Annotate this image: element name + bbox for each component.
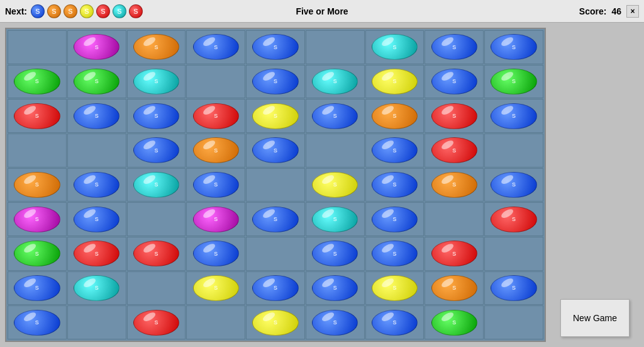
cell-7-5[interactable] [306,271,365,305]
cell-4-2[interactable] [127,168,186,202]
cell-0-8[interactable] [484,30,543,64]
cell-2-7[interactable] [425,99,484,133]
cell-4-7[interactable] [425,168,484,202]
cell-1-2[interactable] [127,65,186,99]
cell-7-0[interactable] [8,271,67,305]
cell-3-5[interactable] [306,134,365,168]
ball [193,34,239,60]
cell-0-0[interactable] [8,30,67,64]
cell-4-3[interactable] [186,168,245,202]
cell-3-1[interactable] [67,134,126,168]
cell-6-8[interactable] [484,237,543,271]
cell-3-8[interactable] [484,134,543,168]
cell-3-7[interactable] [425,134,484,168]
cell-6-6[interactable] [365,237,425,271]
cell-0-6[interactable] [365,30,425,64]
cell-7-2[interactable] [127,271,186,305]
cell-0-2[interactable] [127,30,186,64]
cell-5-8[interactable] [484,202,543,236]
cell-8-0[interactable] [8,305,67,339]
ball [252,275,298,301]
cell-1-0[interactable] [8,65,67,99]
cell-8-3[interactable] [186,305,245,339]
cell-1-4[interactable] [246,65,305,99]
cell-1-7[interactable] [425,65,484,99]
ball [312,310,358,336]
cell-1-6[interactable] [365,65,425,99]
cell-1-8[interactable] [484,65,543,99]
cell-8-5[interactable] [306,305,365,339]
close-button[interactable]: × [626,5,639,18]
cell-8-4[interactable] [246,305,305,339]
score-value: 46 [611,6,621,16]
ball [133,137,179,163]
cell-7-4[interactable] [246,271,305,305]
cell-2-0[interactable] [8,99,67,133]
cell-2-1[interactable] [67,99,126,133]
ball [74,69,119,94]
ball [431,137,477,163]
ball [431,275,477,301]
cell-0-1[interactable] [67,30,126,64]
cell-3-3[interactable] [186,134,245,168]
cell-7-8[interactable] [484,271,543,305]
cell-3-0[interactable] [8,134,67,168]
cell-2-2[interactable] [127,99,186,133]
cell-0-4[interactable] [246,30,305,64]
cell-7-3[interactable] [186,271,245,305]
ball [491,34,536,60]
ball [431,34,477,60]
cell-5-7[interactable] [425,202,484,236]
cell-3-6[interactable] [365,134,425,168]
cell-0-3[interactable] [186,30,245,64]
cell-6-7[interactable] [425,237,484,271]
game-board [5,28,546,342]
cell-2-6[interactable] [365,99,425,133]
cell-2-3[interactable] [186,99,245,133]
cell-5-0[interactable] [8,202,67,236]
cell-4-1[interactable] [67,168,126,202]
cell-4-0[interactable] [8,168,67,202]
cell-2-4[interactable] [246,99,305,133]
cell-0-5[interactable] [306,30,365,64]
cell-7-7[interactable] [425,271,484,305]
cell-1-3[interactable] [186,65,245,99]
next-ball-4 [80,4,94,18]
cell-6-3[interactable] [186,237,245,271]
cell-8-2[interactable] [127,305,186,339]
cell-7-1[interactable] [67,271,126,305]
ball [252,69,298,94]
cell-4-4[interactable] [246,168,305,202]
cell-6-2[interactable] [127,237,186,271]
cell-7-6[interactable] [365,271,425,305]
ball [193,137,239,163]
cell-6-5[interactable] [306,237,365,271]
cell-5-3[interactable] [186,202,245,236]
cell-2-8[interactable] [484,99,543,133]
cell-4-8[interactable] [484,168,543,202]
cell-8-8[interactable] [484,305,543,339]
cell-8-6[interactable] [365,305,425,339]
cell-4-5[interactable] [306,168,365,202]
cell-5-5[interactable] [306,202,365,236]
cell-6-0[interactable] [8,237,67,271]
cell-6-4[interactable] [246,237,305,271]
cell-8-1[interactable] [67,305,126,339]
ball [74,241,119,266]
ball [193,241,239,266]
cell-2-5[interactable] [306,99,365,133]
cell-5-2[interactable] [127,202,186,236]
cell-0-7[interactable] [425,30,484,64]
cell-6-1[interactable] [67,237,126,271]
cell-8-7[interactable] [425,305,484,339]
cell-5-6[interactable] [365,202,425,236]
cell-4-6[interactable] [365,168,425,202]
cell-3-4[interactable] [246,134,305,168]
cell-1-1[interactable] [67,65,126,99]
new-game-button[interactable]: New Game [560,299,630,337]
cell-5-1[interactable] [67,202,126,236]
ball [312,275,358,301]
cell-3-2[interactable] [127,134,186,168]
cell-1-5[interactable] [306,65,365,99]
cell-5-4[interactable] [246,202,305,236]
